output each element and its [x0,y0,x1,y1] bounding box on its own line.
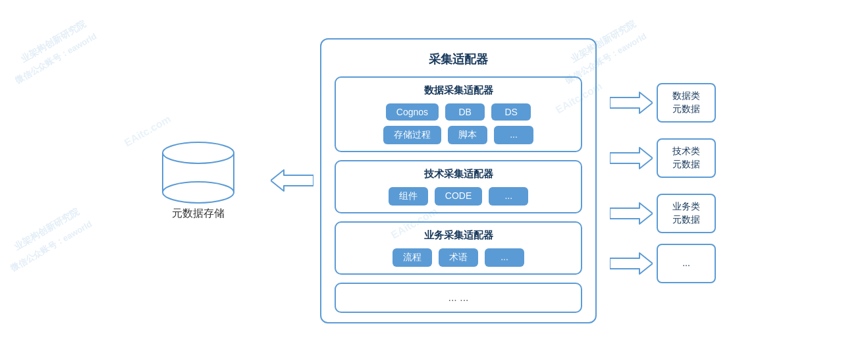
metadata-box-2: 技术类 元数据 [657,138,716,178]
svg-marker-7 [610,148,653,169]
data-chips-row2: 存储过程 脚本 ... [345,126,572,144]
svg-marker-9 [610,253,653,274]
data-chips-row1: Cognos DB DS [345,103,572,121]
business-adapter: 业务采集适配器 流程 术语 ... [335,221,582,275]
chip-code: CODE [435,187,482,206]
right-row-1: 数据类 元数据 [610,76,716,129]
storage-section: 元数据存储 [152,141,244,221]
chip-ds: DS [491,103,531,121]
metadata-box-1: 数据类 元数据 [657,83,716,123]
svg-point-4 [163,142,234,163]
metadata-box-4: ... [657,244,716,283]
tech-adapter-title: 技术采集适配器 [345,168,572,180]
right-arrow-2 [610,146,653,170]
business-chips-row: 流程 术语 ... [345,248,572,267]
chip-script: 脚本 [448,126,487,144]
adapter-container: 采集适配器 数据采集适配器 Cognos DB DS 存储过程 脚本 ... 技… [320,38,597,323]
right-arrow-4 [610,252,653,275]
chip-db: DB [445,103,485,121]
svg-marker-8 [610,203,653,224]
svg-marker-6 [610,92,653,113]
chip-flow: 流程 [393,248,432,267]
right-arrow-3 [610,202,653,225]
right-row-3: 业务类 元数据 [610,187,716,240]
right-arrow-1 [610,91,653,115]
data-adapter: 数据采集适配器 Cognos DB DS 存储过程 脚本 ... [335,76,582,152]
ellipsis-box: ... ... [335,283,582,313]
storage-label: 元数据存储 [172,207,225,221]
chip-stored-proc: 存储过程 [383,126,441,144]
chip-term: 术语 [439,248,478,267]
data-adapter-title: 数据采集适配器 [345,84,572,97]
left-arrow-svg [271,169,313,192]
chip-component: 组件 [389,187,428,206]
chip-biz-more: ... [485,248,524,267]
chip-tech-more: ... [489,187,528,206]
adapter-main-title: 采集适配器 [335,51,582,67]
svg-marker-5 [271,170,313,191]
arrow-to-storage [271,169,313,192]
tech-adapter: 技术采集适配器 组件 CODE ... [335,160,582,213]
right-row-4: ... [610,242,716,285]
cylinder-icon [162,141,234,200]
tech-chips-row: 组件 CODE ... [345,187,572,206]
svg-point-1 [163,182,234,203]
metadata-box-3: 业务类 元数据 [657,194,716,233]
main-layout: 元数据存储 采集适配器 数据采集适配器 Cognos DB DS 存储过程 脚本… [0,0,868,361]
chip-cognos: Cognos [386,103,439,121]
business-adapter-title: 业务采集适配器 [345,229,572,242]
chip-data-more: ... [494,126,533,144]
cylinder-svg [162,141,234,204]
right-row-2: 技术类 元数据 [610,132,716,184]
right-section: 数据类 元数据 技术类 元数据 业务类 元数据 [610,76,716,285]
